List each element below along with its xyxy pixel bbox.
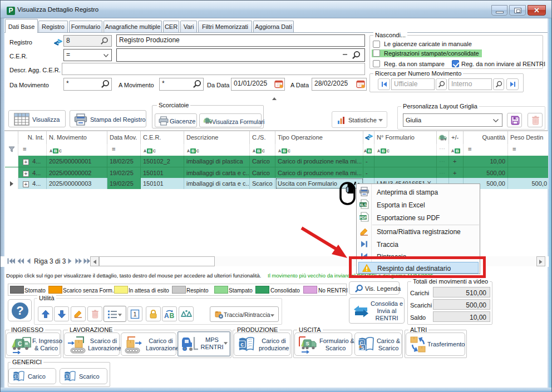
svg-text:c: c — [240, 341, 244, 348]
svg-text:c: c — [14, 374, 17, 379]
svg-text:S: S — [305, 341, 309, 346]
svg-text:&: & — [359, 344, 362, 349]
svg-text:XLS: XLS — [359, 203, 367, 207]
svg-text:1: 1 — [133, 311, 136, 317]
svg-text:A: A — [164, 312, 169, 320]
svg-text:s: s — [66, 374, 68, 379]
svg-text:C: C — [18, 341, 22, 347]
svg-text:B: B — [170, 312, 175, 320]
svg-text:PDF: PDF — [359, 216, 367, 220]
